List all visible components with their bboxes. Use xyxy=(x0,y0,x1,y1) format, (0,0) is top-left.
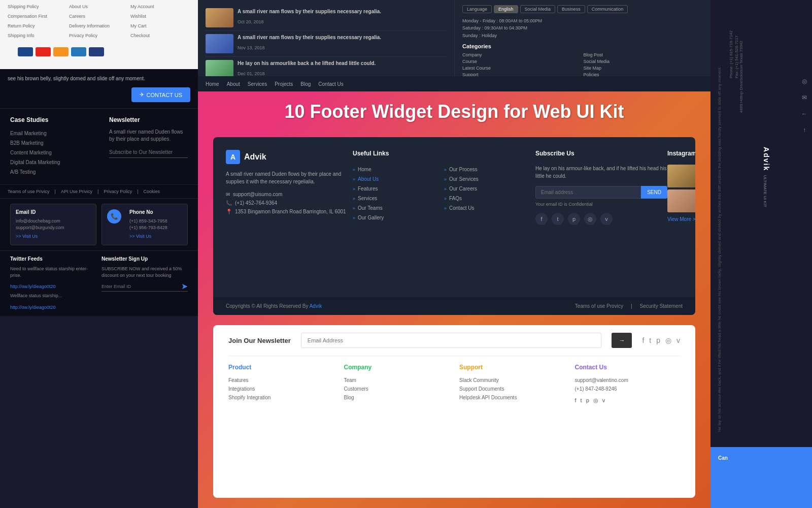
newsletter-email-field[interactable] xyxy=(301,333,602,348)
send-button[interactable]: SEND xyxy=(641,186,667,199)
company-customers[interactable]: Customers xyxy=(344,385,450,393)
nav-shipping-policy[interactable]: Shipping Policy xyxy=(8,3,67,11)
company-blog[interactable]: Blog xyxy=(344,393,450,402)
case-item[interactable]: B2B Marketing xyxy=(10,138,89,148)
product-integrations[interactable]: Integrations xyxy=(228,385,334,393)
cat-latest-course[interactable]: Latest Course xyxy=(462,66,582,71)
tag-language[interactable]: Language xyxy=(462,5,492,13)
pt-icon[interactable]: p xyxy=(656,336,660,344)
case-item[interactable]: A/B Testing xyxy=(10,167,89,177)
link-our-teams[interactable]: » Our Teams xyxy=(353,203,444,213)
link-about-us[interactable]: » About Us xyxy=(353,174,444,184)
advik-link[interactable]: Advik xyxy=(310,303,322,309)
phone-visit-link[interactable]: >> Visit Us xyxy=(129,234,151,239)
left-sidebar: Shipping Policy About Us My Account Comp… xyxy=(0,0,198,508)
newsletter-subscribe-input[interactable] xyxy=(109,147,188,158)
facebook-icon[interactable]: f xyxy=(535,213,548,225)
case-item[interactable]: Content Marketing xyxy=(10,148,89,157)
nav-compensation[interactable]: Compensation First xyxy=(8,12,67,20)
link-our-process[interactable]: » Our Process xyxy=(444,165,535,174)
cat-course[interactable]: Course xyxy=(462,59,582,64)
link-our-gallery[interactable]: » Our Gallery xyxy=(353,213,444,223)
footer-email: support@uisumo.com xyxy=(233,192,282,197)
tag-communication[interactable]: Communication xyxy=(587,5,628,13)
nav-return-policy[interactable]: Return Policy xyxy=(8,22,67,30)
contact-vm-icon[interactable]: v xyxy=(602,397,605,404)
nav-about-us[interactable]: About Us xyxy=(69,3,129,11)
email-visit-link[interactable]: >> Visit Us xyxy=(16,234,38,239)
support-docs[interactable]: Support Documents xyxy=(459,385,565,393)
subscribe-email-input[interactable] xyxy=(535,186,641,199)
link-our-services[interactable]: » Our Services xyxy=(444,174,535,184)
mail-icon[interactable]: ✉ xyxy=(799,92,809,103)
nav-careers[interactable]: Careers xyxy=(69,12,129,20)
nav-cart[interactable]: My Cart xyxy=(130,22,190,30)
tag-english[interactable]: English xyxy=(494,5,518,13)
vm-icon[interactable]: v xyxy=(676,336,680,344)
contact-us-button[interactable]: ✈ CONTACT US xyxy=(131,87,191,102)
nav-wishlist[interactable]: Wishlist xyxy=(130,12,190,20)
nav-about[interactable]: About xyxy=(227,81,240,87)
dr-icon[interactable]: ◎ xyxy=(665,336,671,344)
cat-site-map[interactable]: Site Map xyxy=(584,66,703,71)
contact-fb-icon[interactable]: f xyxy=(575,397,577,404)
link-our-careers[interactable]: » Our Careers xyxy=(444,184,535,194)
tweet-link-1[interactable]: http://ow.ly/dieago0t20 xyxy=(10,284,56,289)
api-link[interactable]: API Use Privicy xyxy=(61,189,92,194)
contact-col: Contact Us support@valentino.com (+1) 84… xyxy=(575,364,681,404)
terms-link[interactable]: Teams of use Provicy xyxy=(575,303,623,309)
link-home[interactable]: » Home xyxy=(353,165,444,174)
send-arrow-icon[interactable]: ➤ xyxy=(181,281,188,291)
contact-dr-icon[interactable]: ◎ xyxy=(593,397,598,404)
nav-blog[interactable]: Blog xyxy=(300,81,311,87)
dribbble-icon[interactable]: ◎ xyxy=(584,213,596,225)
nav-services[interactable]: Services xyxy=(248,81,267,87)
case-item[interactable]: Digital Data Marketing xyxy=(10,157,89,167)
left-arrow-icon[interactable]: ← xyxy=(799,109,809,119)
cat-social-media[interactable]: Social Media xyxy=(584,59,703,64)
company-team[interactable]: Team xyxy=(344,376,450,385)
nav-shipping-info[interactable]: Shipping Info xyxy=(8,31,67,40)
privacy-link[interactable]: Privacy Policy xyxy=(104,189,132,194)
nav-contact-us[interactable]: Contact Us xyxy=(318,81,343,87)
fb-icon[interactable]: f xyxy=(642,336,644,344)
case-item[interactable]: Email Marketing xyxy=(10,129,89,138)
cat-blog-post[interactable]: Blog Post xyxy=(584,52,703,57)
support-slack[interactable]: Slack Community xyxy=(459,376,565,385)
newsletter-submit-btn[interactable]: → xyxy=(612,333,632,348)
product-shopify[interactable]: Shopify Integration xyxy=(228,393,334,402)
up-arrow-icon[interactable]: ↑ xyxy=(799,125,809,135)
link-faqs[interactable]: » FAQs xyxy=(444,194,535,203)
view-more-link[interactable]: View More >> xyxy=(667,216,695,222)
contact-pt-icon[interactable]: p xyxy=(586,397,589,404)
nav-home[interactable]: Home xyxy=(206,81,219,87)
twitter-icon[interactable]: t xyxy=(552,213,564,225)
tag-business[interactable]: Business xyxy=(557,5,585,13)
nav-delivery[interactable]: Delivery Information xyxy=(69,22,129,30)
security-link[interactable]: Security Statement xyxy=(640,303,683,309)
link-features[interactable]: » Features xyxy=(353,184,444,194)
cookies-link[interactable]: Cookies xyxy=(144,189,160,194)
newsletter-email-input[interactable] xyxy=(101,282,181,291)
tw-icon[interactable]: t xyxy=(649,336,651,344)
cat-company[interactable]: Company xyxy=(462,52,582,57)
pinterest-icon[interactable]: p xyxy=(568,213,580,225)
link-contact-us[interactable]: » Contact Us xyxy=(444,203,535,213)
amex-icon xyxy=(71,47,86,56)
insta-thumb-4[interactable] xyxy=(667,189,695,212)
nav-projects[interactable]: Projects xyxy=(275,81,293,87)
tweet-link-2[interactable]: http://ow.ly/dieago0t20 xyxy=(10,305,56,310)
contact-tw-icon[interactable]: t xyxy=(581,397,582,404)
tag-social-media[interactable]: Social Media xyxy=(520,5,556,13)
nav-privacy[interactable]: Privacy Policy xyxy=(69,31,129,40)
circle-icon[interactable]: ◎ xyxy=(799,76,809,86)
nav-checkout[interactable]: Checkout xyxy=(130,31,190,40)
support-helpdesk[interactable]: Helpdesk API Documents xyxy=(459,393,565,402)
vimeo-icon[interactable]: v xyxy=(600,213,613,225)
nav-my-account[interactable]: My Account xyxy=(130,3,190,11)
product-features[interactable]: Features xyxy=(228,376,334,385)
insta-thumb-1[interactable] xyxy=(667,165,695,187)
blog-thumb-1 xyxy=(206,8,233,27)
terms-link[interactable]: Teams of use Privicy xyxy=(8,189,50,194)
link-services[interactable]: » Services xyxy=(353,194,444,203)
